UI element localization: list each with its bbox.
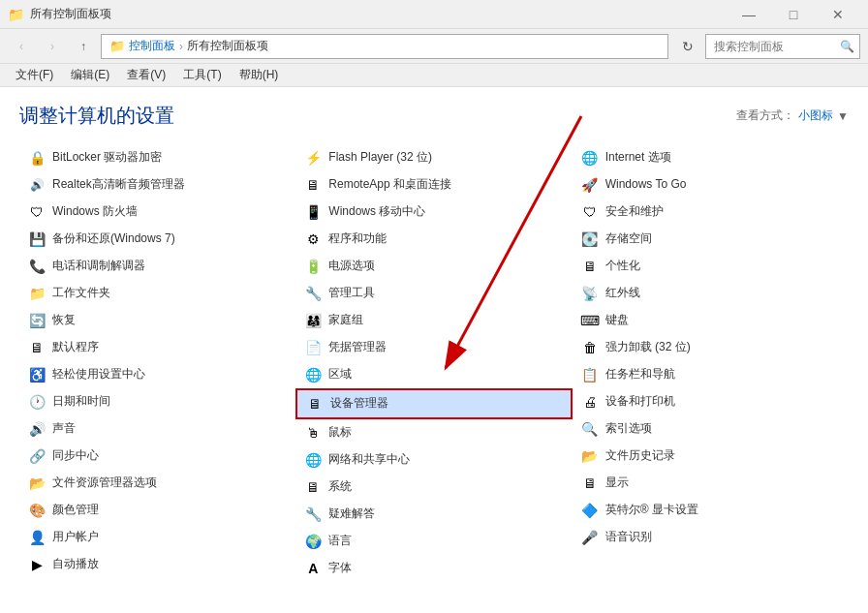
maximize-button[interactable]: □ (771, 0, 816, 29)
list-item[interactable]: 🖱 鼠标 (295, 419, 572, 446)
search-bar: 🔍 (705, 34, 860, 59)
list-item[interactable]: 🌐 区域 (295, 361, 572, 388)
taskbar-icon: 📋 (580, 365, 600, 384)
list-item[interactable]: 👨‍👩‍👧 家庭组 (295, 307, 572, 334)
window-icon: 📁 (8, 7, 24, 22)
list-item[interactable]: 📄 凭据管理器 (295, 334, 572, 361)
list-item[interactable]: 💾 备份和还原(Windows 7) (19, 226, 295, 253)
list-item[interactable]: ⚡ Flash Player (32 位) (295, 144, 572, 171)
list-item[interactable]: 🕐 日期和时间 (19, 388, 295, 415)
main-content: 调整计算机的设置 查看方式： 小图标 ▼ 🔒 BitLocker 驱动器加密 🔊… (0, 87, 868, 613)
list-item[interactable]: 🖥 系统 (295, 474, 572, 501)
list-item[interactable]: 📋 任务栏和导航 (573, 361, 849, 388)
file-history-icon: 📂 (580, 446, 600, 466)
view-option-link[interactable]: 小图标 (798, 107, 833, 124)
realtek-icon: 🔊 (27, 175, 46, 195)
search-input[interactable] (714, 40, 840, 53)
close-button[interactable]: ✕ (816, 0, 860, 29)
column-2: ⚡ Flash Player (32 位) 🖥 RemoteApp 和桌面连接 … (295, 144, 572, 582)
back-button[interactable]: ‹ (8, 33, 35, 60)
internet-options-icon: 🌐 (580, 148, 600, 168)
list-item[interactable]: 🔊 声音 (19, 415, 295, 443)
intel-graphics-icon: 🔷 (580, 501, 600, 520)
list-item[interactable]: 🔍 索引选项 (573, 415, 849, 443)
menu-file[interactable]: 文件(F) (8, 65, 61, 85)
address-part1: 控制面板 (129, 38, 175, 54)
menu-view[interactable]: 查看(V) (119, 65, 173, 85)
list-item[interactable]: 🖥 RemoteApp 和桌面连接 (295, 171, 572, 199)
speech-icon: 🎤 (580, 528, 600, 547)
refresh-button[interactable]: ↻ (674, 33, 701, 60)
window-controls: — □ ✕ (727, 0, 860, 29)
list-item[interactable]: 👤 用户帐户 (19, 524, 295, 551)
list-item[interactable]: ♿ 轻松使用设置中心 (19, 361, 295, 388)
bitlocker-icon: 🔒 (27, 148, 46, 168)
list-item[interactable]: ⚙ 程序和功能 (295, 226, 572, 253)
list-item[interactable]: 🔗 同步中心 (19, 443, 295, 470)
list-item[interactable]: 🌍 语言 (295, 528, 572, 555)
address-separator: › (179, 40, 183, 53)
list-item[interactable]: 🖨 设备和打印机 (573, 388, 849, 415)
list-item[interactable]: 🗑 强力卸载 (32 位) (573, 334, 849, 361)
list-item[interactable]: ⌨ 键盘 (573, 307, 849, 334)
list-item[interactable]: 🔄 恢复 (19, 307, 295, 334)
list-item[interactable]: 🖥 个性化 (573, 253, 849, 280)
autoplay-icon: ▶ (27, 555, 46, 574)
list-item[interactable]: 📱 Windows 移动中心 (295, 199, 572, 226)
control-panel-grid: 🔒 BitLocker 驱动器加密 🔊 Realtek高清晰音频管理器 🛡 Wi… (19, 144, 849, 582)
list-item[interactable]: 📡 红外线 (573, 280, 849, 307)
backup-icon: 💾 (27, 230, 46, 249)
view-options: 查看方式： 小图标 ▼ (736, 107, 849, 124)
menu-edit[interactable]: 编辑(E) (63, 65, 117, 85)
minimize-button[interactable]: — (727, 0, 771, 29)
network-icon: 🌐 (303, 450, 323, 470)
menu-help[interactable]: 帮助(H) (232, 65, 287, 85)
list-item[interactable]: 💽 存储空间 (573, 226, 849, 253)
explorer-options-icon: 📂 (27, 474, 46, 493)
address-bar[interactable]: 📁 控制面板 › 所有控制面板项 (101, 34, 668, 59)
list-item[interactable]: 🚀 Windows To Go (573, 171, 849, 199)
list-item[interactable]: 🖥 默认程序 (19, 334, 295, 361)
list-item[interactable]: 🎨 颜色管理 (19, 497, 295, 524)
list-item[interactable]: 🌐 网络和共享中心 (295, 446, 572, 474)
address-folder-icon: 📁 (109, 39, 125, 53)
up-button[interactable]: ↑ (70, 33, 97, 60)
list-item[interactable]: 🛡 Windows 防火墙 (19, 199, 295, 226)
firewall-icon: 🛡 (27, 202, 46, 222)
user-accounts-icon: 👤 (27, 528, 46, 547)
list-item[interactable]: ▶ 自动播放 (19, 551, 295, 578)
region-icon: 🌐 (303, 365, 323, 384)
default-programs-icon: 🖥 (27, 338, 46, 357)
view-dropdown-arrow[interactable]: ▼ (837, 109, 849, 123)
list-item[interactable]: 📞 电话和调制解调器 (19, 253, 295, 280)
uninstall-icon: 🗑 (580, 338, 600, 357)
windows-to-go-icon: 🚀 (580, 175, 600, 195)
list-item[interactable]: 🔊 Realtek高清晰音频管理器 (19, 171, 295, 199)
address-part2: 所有控制面板项 (187, 38, 268, 54)
column-1: 🔒 BitLocker 驱动器加密 🔊 Realtek高清晰音频管理器 🛡 Wi… (19, 144, 295, 582)
forward-button[interactable]: › (39, 33, 66, 60)
flash-icon: ⚡ (303, 148, 323, 168)
list-item[interactable]: 🎤 语音识别 (573, 524, 849, 551)
list-item[interactable]: 🖥 显示 (573, 470, 849, 497)
list-item[interactable]: 📁 工作文件夹 (19, 280, 295, 307)
search-icon[interactable]: 🔍 (840, 40, 854, 53)
list-item[interactable]: 🛡 安全和维护 (573, 199, 849, 226)
list-item[interactable]: 📂 文件历史记录 (573, 443, 849, 470)
window-title: 所有控制面板项 (30, 6, 111, 22)
mobility-icon: 📱 (303, 202, 323, 222)
language-icon: 🌍 (303, 532, 323, 551)
list-item[interactable]: 🔋 电源选项 (295, 253, 572, 280)
list-item[interactable]: 🔧 管理工具 (295, 280, 572, 307)
list-item[interactable]: 🔒 BitLocker 驱动器加密 (19, 144, 295, 171)
menu-tools[interactable]: 工具(T) (175, 65, 229, 85)
title-bar: 📁 所有控制面板项 — □ ✕ (0, 0, 868, 29)
list-item[interactable]: 🔧 疑难解答 (295, 501, 572, 528)
list-item[interactable]: 🔷 英特尔® 显卡设置 (573, 497, 849, 524)
sound-icon: 🔊 (27, 419, 46, 439)
list-item[interactable]: A 字体 (295, 555, 572, 582)
list-item[interactable]: 🌐 Internet 选项 (573, 144, 849, 171)
page-header: 调整计算机的设置 查看方式： 小图标 ▼ (19, 103, 849, 129)
list-item[interactable]: 📂 文件资源管理器选项 (19, 470, 295, 497)
device-manager-item[interactable]: 🖥 设备管理器 (295, 388, 572, 419)
